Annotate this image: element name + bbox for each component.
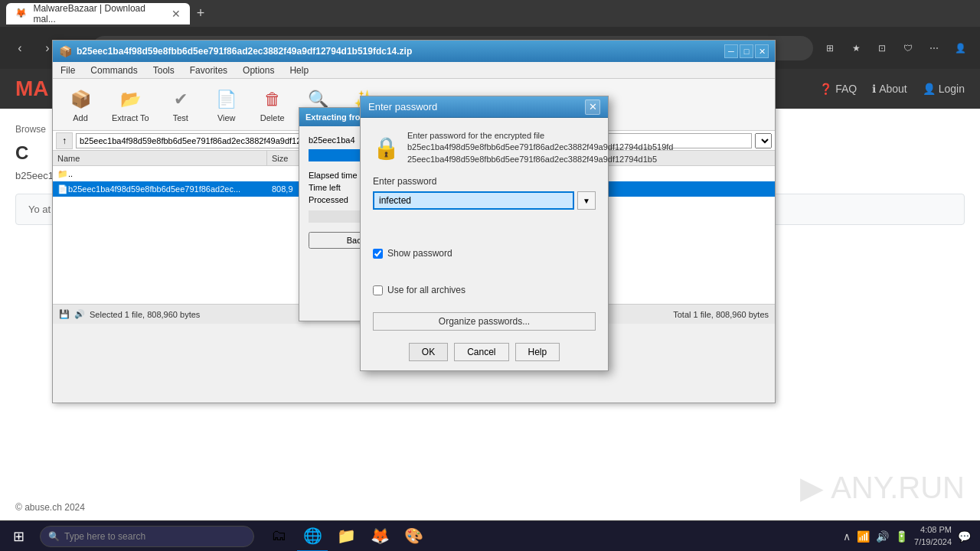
footer: © abuse.ch 2024: [15, 502, 85, 513]
nav-login[interactable]: 👤 Login: [923, 83, 965, 95]
password-dialog-titlebar: Enter password ✕: [361, 96, 608, 118]
menu-favorites[interactable]: Favorites: [182, 64, 235, 77]
network-icon[interactable]: 📶: [857, 530, 870, 543]
show-password-checkbox[interactable]: [373, 249, 383, 259]
use-for-all-checkbox[interactable]: [373, 285, 383, 295]
menu-options[interactable]: Options: [235, 64, 282, 77]
firefox-icon: 🦊: [371, 527, 390, 545]
toolbar-delete-label: Delete: [260, 113, 285, 122]
password-input[interactable]: [373, 191, 574, 210]
file-explorer-icon: 📁: [337, 527, 356, 545]
winrar-close-button[interactable]: ✕: [755, 44, 769, 58]
password-info-icon: 🔒: [373, 135, 400, 161]
notification-icon[interactable]: 💬: [958, 530, 971, 543]
password-label: Enter password: [373, 176, 596, 187]
winrar-minimize-button[interactable]: ─: [724, 44, 738, 58]
app4-icon: 🎨: [404, 527, 423, 545]
menu-help[interactable]: Help: [282, 64, 316, 77]
password-cancel-button[interactable]: Cancel: [454, 343, 508, 361]
task-view-button[interactable]: 🗂: [263, 521, 294, 552]
time-display: 4:08 PM: [914, 524, 952, 536]
add-icon: 📦: [68, 87, 93, 112]
browser-guard-button[interactable]: 🛡: [897, 37, 919, 59]
chevron-up-icon[interactable]: ∧: [843, 530, 851, 543]
file-explorer-button[interactable]: 📁: [331, 521, 361, 552]
test-icon: ✔: [168, 87, 193, 112]
column-name: Name: [53, 151, 267, 165]
app4-button[interactable]: 🎨: [398, 521, 429, 552]
address-dropdown[interactable]: [755, 133, 772, 148]
password-dialog-close[interactable]: ✕: [585, 99, 600, 115]
winrar-maximize-button[interactable]: □: [740, 44, 753, 58]
edge-icon: 🌐: [303, 527, 322, 545]
tab-favicon: 🦊: [15, 8, 27, 20]
organize-passwords-button[interactable]: Organize passwords...: [373, 312, 596, 331]
password-dialog-title: Enter password: [368, 101, 437, 112]
spacer3: [373, 303, 596, 312]
show-password-label[interactable]: Show password: [387, 248, 452, 259]
windows-logo-icon: ⊞: [13, 528, 24, 545]
about-icon: ℹ: [872, 83, 876, 95]
extract-icon: 📂: [118, 87, 142, 112]
toolbar-view-button[interactable]: 📄 View: [205, 83, 248, 126]
favorites-button[interactable]: ★: [845, 37, 867, 59]
winrar-window-buttons: ─ □ ✕: [724, 44, 769, 58]
edge-button[interactable]: 🌐: [297, 521, 328, 552]
elapsed-label: Elapsed time: [309, 171, 358, 180]
status-left-text: Selected 1 file, 808,960 bytes: [90, 310, 200, 319]
password-ok-button[interactable]: OK: [409, 343, 448, 361]
taskbar: ⊞ 🔍 Type here to search 🗂 🌐 📁 🦊 🎨 ∧ 📶 🔊 …: [0, 520, 980, 551]
password-dialog: Enter password ✕ 🔒 Enter password for th…: [360, 96, 609, 371]
back-button[interactable]: ‹: [9, 37, 31, 59]
volume-icon[interactable]: 🔊: [876, 530, 889, 543]
taskbar-system: ∧ 📶 🔊 🔋 4:08 PM 7/19/2024 💬: [843, 524, 980, 548]
password-help-button[interactable]: Help: [515, 343, 560, 361]
timeleft-label: Time left: [309, 183, 341, 192]
status-icon: 💾: [59, 309, 70, 319]
status-right-text: Total 1 file, 808,960 bytes: [673, 310, 769, 319]
start-button[interactable]: ⊞: [0, 521, 37, 552]
use-for-all-row: Use for all archives: [373, 285, 596, 295]
toolbar-extract-button[interactable]: 📂 Extract To: [105, 83, 156, 126]
navigate-up-button[interactable]: ↑: [56, 132, 73, 149]
site-nav: ❓ FAQ ℹ About 👤 Login: [819, 83, 965, 95]
use-for-all-label[interactable]: Use for all archives: [387, 285, 466, 295]
toolbar-add-label: Add: [73, 113, 88, 122]
tab-title: MalwareBazaar | Download mal...: [33, 3, 165, 24]
split-view-button[interactable]: ⊞: [819, 37, 841, 59]
password-dialog-buttons: OK Cancel Help: [373, 343, 596, 361]
toolbar-test-label: Test: [173, 113, 188, 122]
password-dropdown-button[interactable]: ▼: [577, 191, 596, 210]
search-placeholder: Type here to search: [64, 531, 145, 542]
firefox-button[interactable]: 🦊: [364, 521, 395, 552]
nav-about[interactable]: ℹ About: [872, 83, 907, 95]
browser-tab-active[interactable]: 🦊 MalwareBazaar | Download mal... ✕: [6, 3, 190, 24]
task-view-icon: 🗂: [271, 527, 286, 544]
collections-button[interactable]: ⊡: [871, 37, 893, 59]
toolbar-delete-button[interactable]: 🗑 Delete: [251, 83, 294, 126]
login-icon: 👤: [923, 83, 936, 95]
toolbar-extract-label: Extract To: [112, 113, 149, 122]
file-name: 📁 ..: [53, 166, 267, 181]
date-display: 7/19/2024: [914, 536, 952, 548]
toolbar-add-button[interactable]: 📦 Add: [59, 83, 102, 126]
password-input-row: ▼: [373, 191, 596, 210]
show-password-row: Show password: [373, 248, 596, 259]
profile-button[interactable]: 👤: [949, 37, 971, 59]
battery-icon[interactable]: 🔋: [895, 530, 908, 543]
nav-faq[interactable]: ❓ FAQ: [819, 83, 857, 95]
taskbar-search[interactable]: 🔍 Type here to search: [40, 526, 254, 547]
spacer2: [373, 266, 596, 285]
settings-button[interactable]: ⋯: [923, 37, 945, 59]
toolbar-test-button[interactable]: ✔ Test: [159, 83, 202, 126]
menu-commands[interactable]: Commands: [83, 64, 145, 77]
menu-file[interactable]: File: [53, 64, 83, 77]
tab-close-button[interactable]: ✕: [172, 8, 181, 20]
delete-icon: 🗑: [260, 87, 285, 112]
menu-tools[interactable]: Tools: [145, 64, 182, 77]
new-tab-button[interactable]: +: [190, 3, 211, 24]
taskbar-time[interactable]: 4:08 PM 7/19/2024: [914, 524, 952, 548]
password-info-text: Enter password for the encrypted file b2…: [407, 130, 673, 165]
faq-icon: ❓: [819, 83, 832, 95]
password-info-row: 🔒 Enter password for the encrypted file …: [373, 130, 596, 165]
